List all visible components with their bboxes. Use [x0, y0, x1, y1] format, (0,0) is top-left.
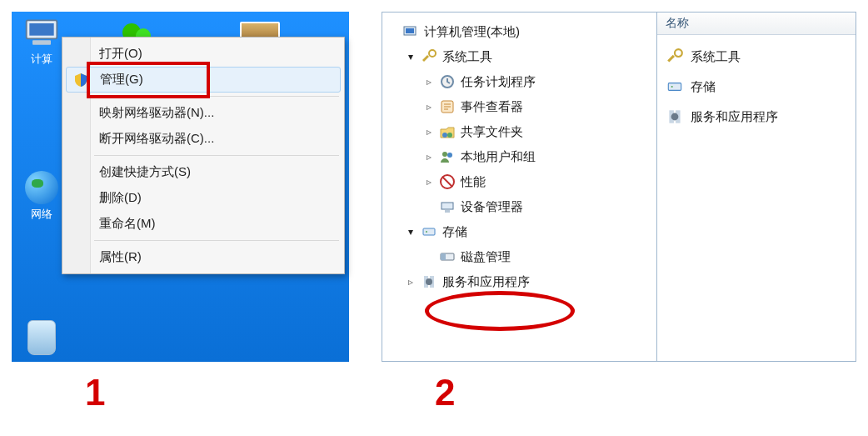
menu-item-open[interactable]: 打开(O) [62, 41, 344, 67]
svg-point-8 [442, 133, 447, 138]
svg-point-16 [426, 231, 427, 233]
storage-icon [421, 223, 437, 240]
tree-node-task-scheduler[interactable]: ▹ 任务计划程序 [387, 69, 651, 94]
svg-point-21 [426, 278, 432, 285]
tree-node-label: 设备管理器 [461, 199, 523, 215]
desktop-icon-computer[interactable]: 计算 [17, 15, 67, 67]
menu-item-label: 重命名(M) [99, 216, 156, 230]
expander-closed-icon: ▹ [424, 177, 434, 187]
list-item[interactable]: 系统工具 [666, 42, 847, 72]
list-item[interactable]: 服务和应用程序 [666, 102, 847, 132]
tools-icon [666, 48, 684, 66]
expander-closed-icon: ▹ [406, 277, 416, 287]
tree-node-label: 磁盘管理 [461, 249, 511, 265]
menu-item-label: 断开网络驱动器(C)... [99, 131, 214, 145]
svg-point-11 [447, 153, 452, 158]
expander-open-icon: ▾ [406, 52, 416, 62]
tools-icon [421, 48, 437, 65]
svg-rect-14 [445, 210, 450, 213]
column-header-label: 名称 [666, 16, 689, 29]
desktop-icon-label: 网络 [31, 208, 52, 220]
menu-item-label: 映射网络驱动器(N)... [99, 105, 214, 119]
svg-point-9 [447, 133, 452, 138]
annotation-step-2: 2 [435, 372, 455, 413]
tree-node-local-users[interactable]: ▹ 本地用户和组 [387, 144, 651, 169]
tree-node-event-viewer[interactable]: ▹ 事件查看器 [387, 94, 651, 119]
menu-item-manage[interactable]: 管理(G) [66, 67, 341, 93]
expander-icon [424, 202, 434, 212]
tree-node-label: 本地用户和组 [461, 149, 536, 165]
tree-node-system-tools[interactable]: ▾ 系统工具 [387, 44, 651, 69]
menu-separator [94, 96, 339, 97]
expander-closed-icon: ▹ [424, 152, 434, 162]
users-icon [439, 148, 456, 165]
management-tree: 计算机管理(本地) ▾ 系统工具 ▹ 任务计划程序 ▹ 事件查看器 ▹ [382, 13, 656, 301]
computer-context-menu: 打开(O) 管理(G) 映射网络驱动器(N)... 断开网络驱动器(C)... … [62, 37, 345, 274]
svg-point-5 [429, 50, 436, 57]
panel-step-1: 计算 网络 打开(O) 管理(G) 映射网络驱动器(N)... [12, 12, 349, 362]
tree-node-performance[interactable]: ▹ 性能 [387, 169, 651, 194]
desktop-icon-network[interactable]: 网络 [17, 170, 67, 222]
tree-node-disk-management[interactable]: 磁盘管理 [387, 244, 651, 269]
desktop-icon-label: 计算 [31, 53, 52, 65]
list-item-label: 系统工具 [691, 49, 741, 65]
panel-management-list: 名称 系统工具 存储 服务和应用程序 [656, 12, 856, 362]
globe-icon [22, 170, 62, 205]
tree-node-label: 存储 [442, 224, 467, 240]
tree-node-label: 共享文件夹 [461, 124, 523, 140]
menu-item-properties[interactable]: 属性(R) [62, 244, 344, 270]
menu-item-label: 创建快捷方式(S) [99, 164, 191, 178]
menu-separator [94, 240, 339, 241]
svg-point-27 [671, 113, 679, 121]
tree-node-shared-folders[interactable]: ▹ 共享文件夹 [387, 119, 651, 144]
svg-point-24 [671, 86, 673, 88]
list-item[interactable]: 存储 [666, 72, 847, 102]
menu-separator [94, 155, 339, 156]
tree-node-services-apps[interactable]: ▹ 服务和应用程序 [387, 269, 651, 294]
svg-point-10 [442, 152, 447, 157]
menu-item-create-shortcut[interactable]: 创建快捷方式(S) [62, 159, 344, 185]
list-item-label: 服务和应用程序 [691, 109, 778, 125]
uac-shield-icon [73, 73, 88, 88]
expander-icon [387, 27, 397, 37]
tree-node-device-manager[interactable]: 设备管理器 [387, 194, 651, 219]
management-list: 系统工具 存储 服务和应用程序 [657, 35, 856, 138]
tree-node-storage[interactable]: ▾ 存储 [387, 219, 651, 244]
tree-node-label: 事件查看器 [461, 99, 523, 115]
expander-closed-icon: ▹ [424, 102, 434, 112]
tree-node-label: 性能 [461, 174, 486, 190]
shared-folders-icon [439, 123, 456, 140]
storage-icon [666, 78, 684, 96]
list-column-header[interactable]: 名称 [657, 13, 856, 35]
performance-icon [439, 173, 456, 190]
menu-item-label: 管理(G) [100, 72, 143, 86]
expander-open-icon: ▾ [406, 227, 416, 237]
annotation-step-1: 1 [85, 372, 105, 413]
clock-icon [439, 73, 456, 90]
recycle-bin-icon [22, 320, 62, 355]
svg-rect-4 [406, 28, 414, 33]
expander-icon [424, 252, 434, 262]
tree-node-label: 服务和应用程序 [442, 274, 530, 290]
panel-management-tree: 计算机管理(本地) ▾ 系统工具 ▹ 任务计划程序 ▹ 事件查看器 ▹ [382, 12, 656, 362]
computer-management-icon [402, 23, 419, 40]
svg-point-22 [675, 49, 682, 57]
svg-rect-13 [441, 203, 453, 209]
menu-item-map-drive[interactable]: 映射网络驱动器(N)... [62, 100, 344, 126]
menu-item-label: 打开(O) [99, 46, 142, 60]
svg-rect-2 [32, 40, 51, 45]
tree-node-root[interactable]: 计算机管理(本地) [387, 19, 651, 44]
list-item-label: 存储 [691, 79, 716, 95]
menu-item-disconnect-drive[interactable]: 断开网络驱动器(C)... [62, 126, 344, 152]
menu-item-label: 属性(R) [99, 249, 142, 263]
tree-node-label: 任务计划程序 [461, 74, 536, 90]
services-icon [421, 273, 437, 290]
menu-item-delete[interactable]: 删除(D) [62, 185, 344, 211]
menu-item-rename[interactable]: 重命名(M) [62, 211, 344, 237]
computer-icon [22, 15, 62, 50]
expander-closed-icon: ▹ [424, 77, 434, 87]
svg-rect-15 [423, 228, 435, 235]
desktop-icon-recycle[interactable] [17, 320, 67, 357]
svg-rect-1 [29, 23, 53, 36]
services-icon [666, 108, 684, 126]
